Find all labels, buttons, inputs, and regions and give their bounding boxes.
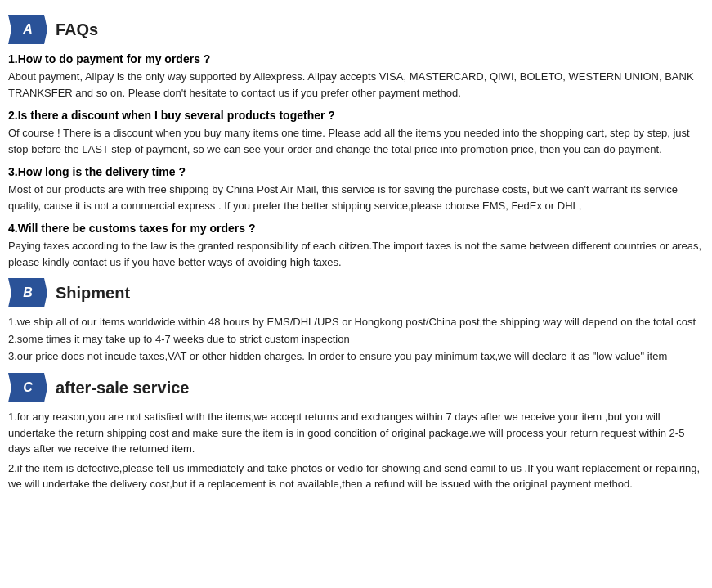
faq-q4-question: 4.Will there be customs taxes for my ord… [8, 222, 704, 235]
shipment-item-1: 1.we ship all of our items worldwide wit… [8, 314, 704, 331]
faq-q3-answer: Most of our products are with free shipp… [8, 182, 704, 213]
shipment-title: Shipment [56, 284, 130, 303]
page-container: A FAQs 1.How to do payment for my orders… [8, 15, 704, 492]
faq-q4-answer: Paying taxes according to the law is the… [8, 238, 704, 270]
faq-q1-answer: About payment, Alipay is the only way su… [8, 69, 704, 101]
shipment-badge: B [8, 278, 47, 307]
faq-q1-question: 1.How to do payment for my orders ? [8, 52, 704, 65]
faq-q3-question: 3.How long is the delivery time ? [8, 165, 704, 178]
shipment-header: B Shipment [8, 278, 704, 307]
faqs-section: A FAQs 1.How to do payment for my orders… [8, 15, 704, 270]
faqs-title: FAQs [56, 20, 98, 39]
aftersale-badge: C [8, 373, 47, 402]
faq-item-3: 3.How long is the delivery time ? Most o… [8, 165, 704, 213]
faq-item-1: 1.How to do payment for my orders ? Abou… [8, 52, 704, 101]
faq-q2-answer: Of course ! There is a discount when you… [8, 125, 704, 157]
aftersale-title: after-sale service [56, 379, 189, 397]
aftersale-badge-letter: C [23, 380, 33, 395]
faq-item-4: 4.Will there be customs taxes for my ord… [8, 222, 704, 270]
shipment-badge-letter: B [23, 285, 33, 300]
faqs-header: A FAQs [8, 15, 704, 44]
faq-item-2: 2.Is there a discount when I buy several… [8, 109, 704, 157]
shipment-section: B Shipment 1.we ship all of our items wo… [8, 278, 704, 365]
shipment-item-2: 2.some times it may take up to 4-7 weeks… [8, 331, 704, 348]
shipment-item-3: 3.our price does not incude taxes,VAT or… [8, 348, 704, 366]
faqs-badge-letter: A [23, 22, 33, 37]
aftersale-section: C after-sale service 1.for any reason,yo… [8, 373, 704, 492]
aftersale-header: C after-sale service [8, 373, 704, 402]
faqs-badge: A [8, 15, 47, 44]
aftersale-item-2: 2.if the item is defective,please tell u… [8, 460, 704, 492]
aftersale-item-1: 1.for any reason,you are not satisfied w… [8, 409, 704, 457]
faq-q2-question: 2.Is there a discount when I buy several… [8, 109, 704, 122]
